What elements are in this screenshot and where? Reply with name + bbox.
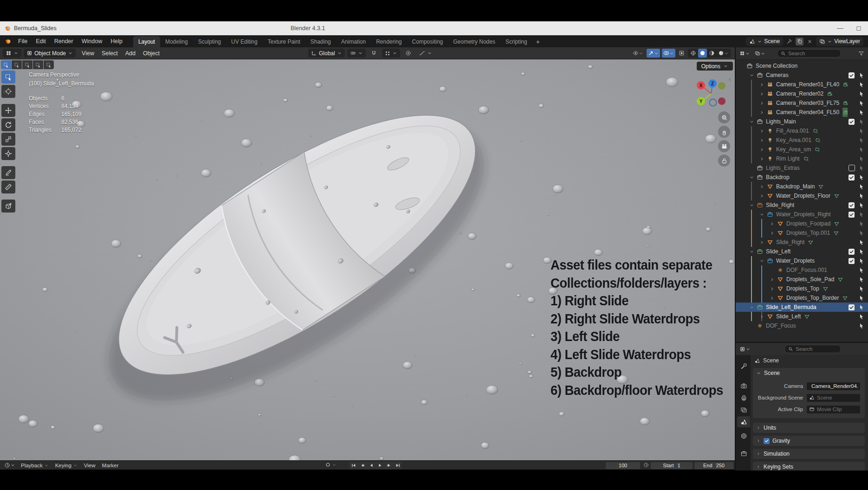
outliner-row[interactable]: Droplets_Top.001: [736, 228, 868, 238]
menu-edit[interactable]: Edit: [32, 35, 50, 47]
properties-tab-output[interactable]: [737, 392, 750, 403]
shading-rendered-button[interactable]: [717, 49, 730, 58]
selectable-icon[interactable]: [858, 284, 864, 293]
tab-modeling[interactable]: Modeling: [160, 36, 193, 47]
nav-lock-icon[interactable]: [718, 155, 730, 167]
3d-viewport[interactable]: Camera Perspective (100) Slide_Left_Berm…: [0, 59, 735, 460]
disclosure-open-icon[interactable]: [749, 303, 754, 312]
disclosure-closed-icon[interactable]: [759, 135, 764, 145]
editor-type-button[interactable]: [3, 49, 21, 58]
tool-annotate[interactable]: [1, 166, 15, 179]
outliner-row[interactable]: Slide_Left_Bermuda: [736, 303, 868, 312]
selectable-icon[interactable]: [858, 117, 864, 126]
collection-exclude-checkbox[interactable]: [849, 163, 855, 173]
selectable-icon[interactable]: [858, 163, 864, 173]
nav-zoom-icon[interactable]: [718, 111, 730, 123]
shading-material-button[interactable]: [707, 49, 716, 58]
selectable-icon[interactable]: [858, 126, 864, 135]
disclosure-closed-icon[interactable]: [759, 191, 764, 200]
outliner-row[interactable]: Droplets_Footpad: [736, 219, 868, 228]
tab-geometry-nodes[interactable]: Geometry Nodes: [448, 36, 500, 47]
outliner-filter-mode-button[interactable]: [753, 49, 767, 58]
outliner-search-input[interactable]: Search: [777, 49, 841, 58]
selectable-icon[interactable]: [858, 200, 864, 210]
outliner-row[interactable]: Slide_Right: [736, 200, 868, 210]
outliner-row[interactable]: Lights_Main: [736, 117, 868, 126]
outliner-row[interactable]: DOF_Focus: [736, 321, 868, 330]
outliner-row[interactable]: Camera_Render01_FL40: [736, 80, 868, 89]
tab-sculpting[interactable]: Sculpting: [193, 36, 226, 47]
timeline-menu-marker[interactable]: Marker: [99, 463, 122, 468]
selectable-icon[interactable]: [858, 238, 864, 247]
transport-jump-start-button[interactable]: [349, 462, 358, 469]
tab-layout[interactable]: Layout: [133, 36, 160, 47]
selectable-icon[interactable]: [858, 108, 864, 117]
disclosure-closed-icon[interactable]: [759, 98, 764, 108]
selectable-icon[interactable]: [858, 80, 864, 89]
outliner-row[interactable]: Rim Light: [736, 154, 868, 163]
select-mode-subtract[interactable]: [22, 60, 32, 69]
auto-keying-toggle[interactable]: [325, 462, 337, 468]
snap-toggle[interactable]: [368, 49, 380, 58]
selectable-icon[interactable]: [858, 303, 864, 312]
outliner-row[interactable]: Droplets_Top_Border: [736, 293, 868, 303]
selectable-icon[interactable]: [858, 256, 864, 265]
collection-exclude-checkbox[interactable]: [849, 256, 855, 265]
selectable-icon[interactable]: [858, 71, 864, 80]
properties-search-input[interactable]: Search: [784, 345, 841, 353]
selectable-icon[interactable]: [858, 275, 864, 284]
selectable-icon[interactable]: [858, 228, 864, 238]
outliner-row[interactable]: Slide_Right: [736, 238, 868, 247]
maximize-button[interactable]: ◻: [854, 21, 863, 35]
blender-menu-icon[interactable]: [3, 38, 14, 45]
new-scene-icon[interactable]: [796, 38, 803, 45]
transport-play-reverse-button[interactable]: [367, 462, 376, 469]
outliner-row[interactable]: Water_Droplets: [736, 256, 868, 265]
properties-tab-collection[interactable]: [737, 448, 750, 459]
collection-exclude-checkbox[interactable]: [849, 117, 855, 126]
selectable-icon[interactable]: [858, 89, 864, 98]
transport-jump-end-button[interactable]: [393, 462, 402, 469]
show-gizmos-button[interactable]: [647, 49, 660, 58]
tool-select-box[interactable]: [1, 71, 15, 84]
minimize-button[interactable]: —: [836, 21, 845, 35]
outliner-row[interactable]: Key_Area_sm: [736, 145, 868, 154]
collection-exclude-checkbox[interactable]: [849, 210, 855, 219]
options-button[interactable]: Options: [697, 62, 733, 71]
field-value[interactable]: Movie Clip: [807, 406, 860, 413]
select-mode-extend[interactable]: [12, 60, 22, 69]
properties-editor-type-button[interactable]: [738, 345, 752, 354]
transform-pivot-selector[interactable]: [347, 49, 366, 58]
outliner-row[interactable]: Scene Collection: [736, 61, 868, 71]
nav-camera-view-icon[interactable]: [718, 140, 730, 152]
tool-scale[interactable]: [1, 133, 15, 146]
field-value[interactable]: Scene: [807, 394, 860, 402]
viewlayer-selector[interactable]: ViewLayer: [816, 37, 863, 46]
timeline-menu-view[interactable]: View: [81, 463, 99, 468]
outliner-row[interactable]: Droplets_Top: [736, 284, 868, 293]
tab-shading[interactable]: Shading: [305, 36, 336, 47]
transport-prev-keyframe-button[interactable]: [358, 462, 367, 469]
tool-rotate[interactable]: [1, 118, 15, 131]
viewport-menu-add[interactable]: Add: [122, 50, 139, 57]
outliner-row[interactable]: Backdrop_Main: [736, 182, 868, 191]
outliner-row[interactable]: Backdrop: [736, 173, 868, 182]
selectable-icon[interactable]: [858, 173, 864, 182]
tool-move[interactable]: [1, 104, 15, 117]
panel-units[interactable]: Units: [753, 423, 865, 433]
selectable-icon[interactable]: [858, 321, 864, 330]
snap-target-selector[interactable]: [382, 49, 400, 58]
shading-wireframe-button[interactable]: [689, 49, 698, 58]
disclosure-open-icon[interactable]: [759, 210, 764, 219]
outliner-row[interactable]: Camera_Render04_FL50: [736, 108, 868, 117]
toggle-xray-button[interactable]: [677, 49, 686, 58]
selectable-icon[interactable]: [858, 191, 864, 200]
scene-panel-header[interactable]: Scene: [753, 368, 865, 378]
frame-start-field[interactable]: Start 1: [651, 462, 693, 469]
selectable-icon[interactable]: [858, 293, 864, 303]
disclosure-open-icon[interactable]: [749, 173, 754, 182]
select-mode-new[interactable]: [1, 60, 11, 69]
show-object-types-button[interactable]: [631, 49, 645, 58]
navigation-gizmo[interactable]: X Z Y: [694, 77, 728, 111]
selectable-icon[interactable]: [858, 247, 864, 256]
